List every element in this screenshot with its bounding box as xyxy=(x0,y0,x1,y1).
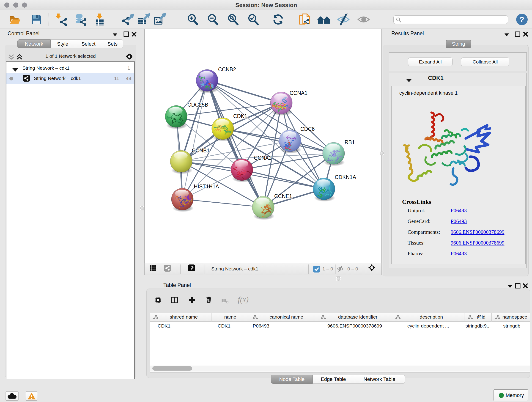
zoom-in-icon[interactable] xyxy=(186,13,199,26)
zoom-fit-icon[interactable] xyxy=(227,13,239,26)
network-row[interactable]: String Network – cdk1 11 48 xyxy=(6,73,134,84)
network-node-CDKN1A[interactable] xyxy=(313,178,342,203)
network-canvas[interactable]: CCNB2CCNA1CDC25BCDK1CDC6RB1CCNB1CCNA2CDK… xyxy=(144,29,382,263)
function-fx-icon[interactable]: f(x) xyxy=(238,295,249,304)
export-table-icon[interactable] xyxy=(138,13,151,26)
collapse-all-button[interactable]: Collapse All xyxy=(461,57,509,66)
results-tab-string[interactable]: String xyxy=(446,40,471,48)
hidden-eye-icon[interactable] xyxy=(337,265,346,273)
tab-select[interactable]: Select xyxy=(75,39,102,48)
add-column-icon[interactable] xyxy=(189,297,199,306)
crosslink-link[interactable]: P06493 xyxy=(451,218,467,224)
expand-all-button[interactable]: Expand All xyxy=(408,57,452,66)
table-settings-gear-icon[interactable] xyxy=(155,297,164,306)
right-splitter-handle[interactable] xyxy=(380,151,384,155)
bottom-splitter-handle[interactable] xyxy=(336,276,341,281)
warning-button[interactable] xyxy=(25,391,38,401)
tab-sets[interactable]: Sets xyxy=(102,39,123,48)
detach-view-icon[interactable] xyxy=(188,264,198,274)
birdseye-crosshair-icon[interactable] xyxy=(368,264,379,274)
zoom-out-icon[interactable] xyxy=(206,13,219,26)
import-network-file-icon[interactable] xyxy=(55,13,68,26)
network-node-CDK1[interactable] xyxy=(211,118,234,141)
table-cell[interactable]: CDK1 xyxy=(158,322,171,330)
import-network-database-icon[interactable] xyxy=(74,13,87,26)
crosslink-link[interactable]: P06493 xyxy=(451,251,467,257)
collection-expander-icon[interactable] xyxy=(12,66,17,70)
apply-layout-icon[interactable] xyxy=(272,13,285,26)
column-header-canonical-name[interactable]: canonical name xyxy=(249,313,317,322)
network-node-CCNB1[interactable] xyxy=(170,150,192,174)
node-label-CDC25B: CDC25B xyxy=(187,102,208,108)
control-panel-float-icon[interactable] xyxy=(123,31,130,38)
results-panel-menu-icon[interactable] xyxy=(503,32,510,38)
open-session-icon[interactable] xyxy=(8,13,21,26)
selected-checkbox-icon[interactable] xyxy=(313,266,320,273)
network-node-CDC6[interactable] xyxy=(278,130,301,155)
column-header-database-identifier[interactable]: database identifier xyxy=(317,313,392,322)
column-header--id[interactable]: @id xyxy=(464,313,492,322)
table-cell[interactable]: 9606.ENSP00000378699 xyxy=(317,322,392,330)
crosslink-link[interactable]: 9606.ENSP00000378699 xyxy=(451,240,505,246)
network-node-CCNA1[interactable] xyxy=(269,92,293,116)
export-network-icon[interactable] xyxy=(122,13,135,26)
column-header-namespace[interactable]: namespace xyxy=(492,313,530,322)
save-session-icon[interactable] xyxy=(30,13,43,26)
title-bar[interactable]: Session: New Session xyxy=(0,0,532,10)
results-panel-close-icon[interactable] xyxy=(522,31,529,38)
network-node-RB1[interactable] xyxy=(323,142,345,167)
memory-button[interactable]: Memory xyxy=(494,389,528,401)
network-node-CCNE1[interactable] xyxy=(252,196,274,220)
table-panel-close-icon[interactable] xyxy=(522,282,529,289)
table-cell[interactable]: stringdb xyxy=(492,322,530,330)
table-horizontal-scrollbar[interactable] xyxy=(150,366,530,371)
table-cell[interactable]: cyclin-dependent ... xyxy=(392,322,464,330)
network-graph[interactable]: CCNB2CCNA1CDC25BCDK1CDC6RB1CCNB1CCNA2CDK… xyxy=(145,29,381,263)
first-neighbors-icon[interactable] xyxy=(317,13,330,26)
network-collection-row[interactable]: String Network – cdk1 1 xyxy=(6,63,134,73)
crosslink-link[interactable]: P06493 xyxy=(451,208,467,214)
table-panel-float-icon[interactable] xyxy=(514,282,521,289)
tab-network[interactable]: Network xyxy=(17,39,51,48)
grid-view-icon[interactable] xyxy=(150,265,159,274)
clone-network-icon[interactable] xyxy=(298,13,311,26)
crosslink-link[interactable]: 9606.ENSP00000378699 xyxy=(451,229,505,235)
scrollbar-thumb[interactable] xyxy=(152,366,192,370)
tab-node-table[interactable]: Node Table xyxy=(271,375,313,384)
cloud-button[interactable] xyxy=(5,391,19,401)
column-header-description[interactable]: description xyxy=(392,313,464,322)
search-input[interactable] xyxy=(403,16,506,23)
network-options-gear-icon[interactable] xyxy=(126,53,133,60)
left-splitter-handle[interactable] xyxy=(140,206,144,211)
search-box[interactable] xyxy=(393,15,508,24)
export-image-icon[interactable] xyxy=(153,13,166,26)
table-cell[interactable]: P06493 xyxy=(253,322,269,330)
network-node-CCNA2[interactable] xyxy=(231,159,256,182)
crosslink-label: Tissues: xyxy=(408,240,425,246)
zoom-selected-icon[interactable] xyxy=(247,13,260,26)
tab-edge-table[interactable]: Edge Table xyxy=(313,375,354,384)
hide-selected-icon[interactable] xyxy=(337,13,350,26)
control-panel-menu-icon[interactable] xyxy=(112,32,119,38)
tab-style[interactable]: Style xyxy=(51,39,75,48)
collection-label: String Network – cdk1 xyxy=(22,65,70,71)
network-node-CCNB2[interactable] xyxy=(196,70,225,93)
control-panel-close-icon[interactable] xyxy=(131,31,138,38)
network-node-HIST1H1A[interactable] xyxy=(171,188,194,212)
column-header-shared-name[interactable]: shared name xyxy=(150,313,211,322)
help-icon[interactable] xyxy=(515,13,528,26)
table-cell[interactable]: CDK1 xyxy=(218,322,230,330)
results-panel-float-icon[interactable] xyxy=(514,31,521,38)
network-tree-list[interactable]: String Network – cdk1 1 String Network –… xyxy=(6,61,135,379)
show-all-icon[interactable] xyxy=(357,13,370,26)
split-columns-icon[interactable] xyxy=(171,297,181,306)
network-node-CDC25B[interactable] xyxy=(165,105,187,129)
delete-trash-icon[interactable] xyxy=(205,296,215,306)
tab-network-table[interactable]: Network Table xyxy=(354,375,405,384)
delete-table-icon[interactable] xyxy=(222,298,233,306)
share-view-icon[interactable] xyxy=(164,265,173,274)
collection-count: 1 xyxy=(127,65,130,71)
table-cell[interactable]: stringdb:9... xyxy=(464,322,492,330)
column-header-name[interactable]: name xyxy=(211,313,249,322)
import-table-icon[interactable] xyxy=(93,13,106,26)
